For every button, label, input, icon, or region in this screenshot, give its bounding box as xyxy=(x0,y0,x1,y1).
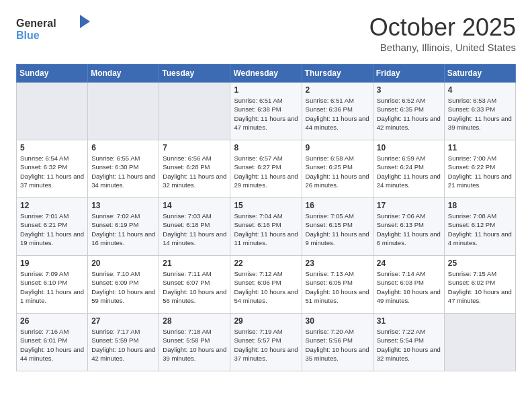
calendar-cell: 27Sunrise: 7:17 AM Sunset: 5:59 PM Dayli… xyxy=(88,314,159,371)
calendar-cell: 29Sunrise: 7:19 AM Sunset: 5:57 PM Dayli… xyxy=(230,314,302,371)
day-number: 7 xyxy=(163,143,226,152)
calendar-cell: 28Sunrise: 7:18 AM Sunset: 5:58 PM Dayli… xyxy=(159,314,230,371)
day-number: 12 xyxy=(20,201,84,210)
calendar-cell: 1Sunrise: 6:51 AM Sunset: 6:38 PM Daylig… xyxy=(230,83,302,140)
calendar-cell: 15Sunrise: 7:04 AM Sunset: 6:16 PM Dayli… xyxy=(230,198,302,256)
calendar-cell: 9Sunrise: 6:58 AM Sunset: 6:25 PM Daylig… xyxy=(302,140,373,198)
day-info: Sunrise: 7:11 AM Sunset: 6:07 PM Dayligh… xyxy=(163,269,226,305)
day-info: Sunrise: 7:16 AM Sunset: 6:01 PM Dayligh… xyxy=(20,327,84,363)
calendar-cell: 20Sunrise: 7:10 AM Sunset: 6:09 PM Dayli… xyxy=(88,256,159,314)
calendar-cell: 6Sunrise: 6:55 AM Sunset: 6:30 PM Daylig… xyxy=(88,140,159,198)
day-number: 22 xyxy=(234,259,298,268)
calendar-cell: 3Sunrise: 6:52 AM Sunset: 6:35 PM Daylig… xyxy=(373,83,444,140)
header-wednesday: Wednesday xyxy=(230,64,302,83)
day-info: Sunrise: 7:01 AM Sunset: 6:21 PM Dayligh… xyxy=(20,212,84,247)
calendar-cell: 24Sunrise: 7:14 AM Sunset: 6:03 PM Dayli… xyxy=(373,256,444,314)
day-info: Sunrise: 7:00 AM Sunset: 6:22 PM Dayligh… xyxy=(448,154,512,189)
day-info: Sunrise: 6:59 AM Sunset: 6:24 PM Dayligh… xyxy=(377,154,441,189)
calendar-cell: 8Sunrise: 6:57 AM Sunset: 6:27 PM Daylig… xyxy=(230,140,302,198)
calendar-cell: 12Sunrise: 7:01 AM Sunset: 6:21 PM Dayli… xyxy=(17,198,88,256)
day-number: 14 xyxy=(163,201,226,210)
calendar-title: October 2025 xyxy=(369,13,516,42)
calendar-cell: 16Sunrise: 7:05 AM Sunset: 6:15 PM Dayli… xyxy=(302,198,373,256)
calendar-cell xyxy=(159,83,230,140)
calendar-cell: 10Sunrise: 6:59 AM Sunset: 6:24 PM Dayli… xyxy=(373,140,444,198)
day-info: Sunrise: 6:56 AM Sunset: 6:28 PM Dayligh… xyxy=(163,154,226,189)
day-info: Sunrise: 7:03 AM Sunset: 6:18 PM Dayligh… xyxy=(163,212,226,247)
day-number: 1 xyxy=(234,85,298,95)
calendar-week-row: 26Sunrise: 7:16 AM Sunset: 6:01 PM Dayli… xyxy=(17,314,516,371)
day-number: 20 xyxy=(91,259,155,268)
day-info: Sunrise: 7:20 AM Sunset: 5:56 PM Dayligh… xyxy=(306,327,369,363)
day-info: Sunrise: 7:09 AM Sunset: 6:10 PM Dayligh… xyxy=(20,269,84,305)
day-info: Sunrise: 7:14 AM Sunset: 6:03 PM Dayligh… xyxy=(377,269,441,305)
day-info: Sunrise: 6:57 AM Sunset: 6:27 PM Dayligh… xyxy=(234,154,298,189)
day-number: 5 xyxy=(20,143,84,152)
svg-text:General: General xyxy=(16,17,56,29)
calendar-week-row: 5Sunrise: 6:54 AM Sunset: 6:32 PM Daylig… xyxy=(17,140,516,198)
day-info: Sunrise: 7:15 AM Sunset: 6:02 PM Dayligh… xyxy=(448,269,512,305)
day-info: Sunrise: 7:18 AM Sunset: 5:58 PM Dayligh… xyxy=(163,327,226,363)
day-number: 25 xyxy=(448,259,512,268)
day-number: 11 xyxy=(448,143,512,152)
calendar-cell: 14Sunrise: 7:03 AM Sunset: 6:18 PM Dayli… xyxy=(159,198,230,256)
day-info: Sunrise: 7:02 AM Sunset: 6:19 PM Dayligh… xyxy=(91,212,155,247)
day-number: 2 xyxy=(306,85,369,95)
calendar-cell: 2Sunrise: 6:51 AM Sunset: 6:36 PM Daylig… xyxy=(302,83,373,140)
logo-icon: General Blue xyxy=(16,13,90,42)
day-info: Sunrise: 6:51 AM Sunset: 6:36 PM Dayligh… xyxy=(306,96,369,132)
calendar-table: Sunday Monday Tuesday Wednesday Thursday… xyxy=(16,64,516,371)
header-saturday: Saturday xyxy=(444,64,515,83)
svg-text:Blue: Blue xyxy=(16,30,40,41)
calendar-cell: 25Sunrise: 7:15 AM Sunset: 6:02 PM Dayli… xyxy=(444,256,515,314)
calendar-cell xyxy=(444,314,515,371)
day-info: Sunrise: 7:19 AM Sunset: 5:57 PM Dayligh… xyxy=(234,327,298,363)
day-info: Sunrise: 6:58 AM Sunset: 6:25 PM Dayligh… xyxy=(306,154,369,189)
day-number: 23 xyxy=(306,259,369,268)
calendar-cell: 7Sunrise: 6:56 AM Sunset: 6:28 PM Daylig… xyxy=(159,140,230,198)
header-tuesday: Tuesday xyxy=(159,64,230,83)
day-info: Sunrise: 7:08 AM Sunset: 6:12 PM Dayligh… xyxy=(448,212,512,247)
calendar-cell: 4Sunrise: 6:53 AM Sunset: 6:33 PM Daylig… xyxy=(444,83,515,140)
weekday-header-row: Sunday Monday Tuesday Wednesday Thursday… xyxy=(17,64,516,83)
day-number: 19 xyxy=(20,259,84,268)
calendar-cell: 26Sunrise: 7:16 AM Sunset: 6:01 PM Dayli… xyxy=(17,314,88,371)
calendar-cell: 5Sunrise: 6:54 AM Sunset: 6:32 PM Daylig… xyxy=(17,140,88,198)
calendar-cell: 23Sunrise: 7:13 AM Sunset: 6:05 PM Dayli… xyxy=(302,256,373,314)
day-info: Sunrise: 6:54 AM Sunset: 6:32 PM Dayligh… xyxy=(20,154,84,189)
page-header: General Blue October 2025 Bethany, Illin… xyxy=(16,13,516,53)
day-number: 9 xyxy=(306,143,369,152)
day-info: Sunrise: 6:52 AM Sunset: 6:35 PM Dayligh… xyxy=(377,96,441,132)
day-number: 4 xyxy=(448,85,512,95)
calendar-cell: 30Sunrise: 7:20 AM Sunset: 5:56 PM Dayli… xyxy=(302,314,373,371)
day-number: 18 xyxy=(448,201,512,210)
header-sunday: Sunday xyxy=(17,64,88,83)
day-info: Sunrise: 6:55 AM Sunset: 6:30 PM Dayligh… xyxy=(91,154,155,189)
day-info: Sunrise: 7:12 AM Sunset: 6:06 PM Dayligh… xyxy=(234,269,298,305)
day-number: 17 xyxy=(377,201,441,210)
day-number: 10 xyxy=(377,143,441,152)
day-number: 24 xyxy=(377,259,441,268)
day-info: Sunrise: 7:17 AM Sunset: 5:59 PM Dayligh… xyxy=(91,327,155,363)
day-number: 13 xyxy=(91,201,155,210)
day-info: Sunrise: 6:53 AM Sunset: 6:33 PM Dayligh… xyxy=(448,96,512,132)
calendar-cell: 18Sunrise: 7:08 AM Sunset: 6:12 PM Dayli… xyxy=(444,198,515,256)
calendar-week-row: 19Sunrise: 7:09 AM Sunset: 6:10 PM Dayli… xyxy=(17,256,516,314)
calendar-cell xyxy=(88,83,159,140)
day-number: 6 xyxy=(91,143,155,152)
day-number: 21 xyxy=(163,259,226,268)
logo: General Blue xyxy=(16,13,90,44)
day-info: Sunrise: 7:22 AM Sunset: 5:54 PM Dayligh… xyxy=(377,327,441,363)
day-info: Sunrise: 7:04 AM Sunset: 6:16 PM Dayligh… xyxy=(234,212,298,247)
header-thursday: Thursday xyxy=(302,64,373,83)
day-number: 3 xyxy=(377,85,441,95)
calendar-cell: 22Sunrise: 7:12 AM Sunset: 6:06 PM Dayli… xyxy=(230,256,302,314)
day-number: 31 xyxy=(377,316,441,326)
calendar-week-row: 12Sunrise: 7:01 AM Sunset: 6:21 PM Dayli… xyxy=(17,198,516,256)
calendar-cell: 21Sunrise: 7:11 AM Sunset: 6:07 PM Dayli… xyxy=(159,256,230,314)
day-number: 29 xyxy=(234,316,298,326)
logo-wordmark: General Blue xyxy=(16,13,90,44)
day-number: 30 xyxy=(306,316,369,326)
day-info: Sunrise: 6:51 AM Sunset: 6:38 PM Dayligh… xyxy=(234,96,298,132)
calendar-cell: 17Sunrise: 7:06 AM Sunset: 6:13 PM Dayli… xyxy=(373,198,444,256)
